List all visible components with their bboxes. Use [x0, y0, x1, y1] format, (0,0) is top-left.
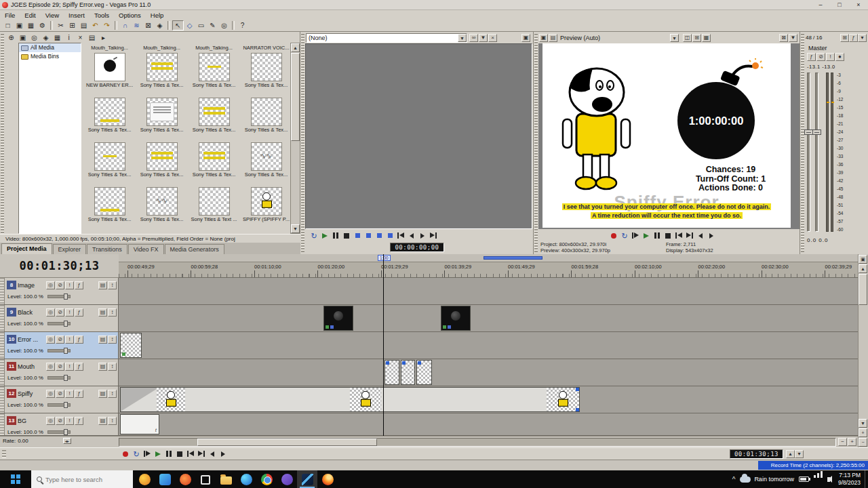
- track-header[interactable]: 9 Black ◎⊘!ƒ ▤↕ Level: 100.0 %: [0, 305, 119, 331]
- rate-slider-thumb[interactable]: ◂▸: [63, 438, 71, 444]
- track-level-slider[interactable]: [47, 430, 71, 434]
- track-compositing-mode-button[interactable]: ▤: [98, 363, 107, 371]
- mark-in-button[interactable]: [352, 231, 363, 241]
- bus-mute-button[interactable]: ⊘: [816, 53, 825, 61]
- track-name[interactable]: Black: [18, 309, 45, 316]
- track-motion-button[interactable]: ◎: [46, 336, 55, 344]
- save-preset-button[interactable]: ▼: [479, 34, 488, 42]
- pause-button[interactable]: [652, 231, 663, 241]
- chevron-down-icon[interactable]: ▼: [458, 34, 467, 42]
- panel-grip[interactable]: [1, 34, 4, 252]
- paint-edit-tool-button[interactable]: ✎: [207, 20, 218, 30]
- menu-options[interactable]: Options: [114, 12, 146, 19]
- media-item[interactable]: Sony Titles & Tex...: [136, 51, 188, 96]
- media-item[interactable]: Sony Titles & Tex...: [136, 140, 188, 185]
- track-solo-button[interactable]: !: [65, 308, 74, 317]
- track-level-slider[interactable]: [47, 403, 71, 407]
- track-solo-button[interactable]: !: [65, 417, 74, 425]
- track-motion-button[interactable]: ◎: [46, 363, 55, 371]
- vegas-pro[interactable]: [297, 470, 317, 488]
- loop-region-button[interactable]: [374, 231, 384, 241]
- media-item[interactable]: Mouth_Talking...: [188, 43, 240, 51]
- video-output-button[interactable]: ▣: [539, 34, 548, 42]
- views-button[interactable]: ▤: [86, 33, 98, 43]
- pinned-app-3[interactable]: [175, 470, 195, 488]
- track-level-slider[interactable]: [47, 376, 71, 380]
- track-mute-button[interactable]: ⊘: [56, 363, 64, 371]
- track-compositing-mode-button[interactable]: ▤: [98, 417, 107, 425]
- track-parent-button[interactable]: ↕: [108, 336, 117, 344]
- media-item[interactable]: Sony Titles & Tex...: [240, 140, 292, 185]
- show-desktop-button[interactable]: [865, 470, 868, 488]
- track-motion-button[interactable]: ◎: [46, 390, 55, 398]
- play-from-start-button[interactable]: [142, 449, 153, 459]
- volume-icon[interactable]: [827, 477, 830, 482]
- play-button[interactable]: [319, 231, 330, 241]
- new-project-button[interactable]: □: [2, 20, 14, 30]
- track-header[interactable]: 8 Image ◎⊘!ƒ ▤↕ Level: 100.0 %: [0, 278, 119, 304]
- scroll-down-button[interactable]: ▼: [291, 224, 300, 233]
- network-icon[interactable]: [814, 475, 816, 478]
- bus-record-button[interactable]: ●: [835, 53, 844, 61]
- track-fx-button[interactable]: ƒ: [75, 308, 83, 317]
- track-solo-button[interactable]: !: [65, 336, 74, 344]
- record-button[interactable]: [608, 231, 619, 241]
- cursor-timecode-display[interactable]: 00:01:30;13: [730, 449, 783, 459]
- import-media-button[interactable]: ⊕: [5, 33, 17, 43]
- sync-cursor-button[interactable]: [384, 231, 395, 241]
- timeline-timecode-display[interactable]: 00:01:30;13: [0, 254, 119, 278]
- fade-in-envelope[interactable]: [121, 388, 159, 411]
- save-snapshot-button[interactable]: ▼: [789, 34, 797, 42]
- menu-insert[interactable]: Insert: [64, 12, 90, 19]
- weather-widget[interactable]: Rain tomorrow: [740, 476, 794, 483]
- fader-handle-right[interactable]: [812, 129, 821, 135]
- media-item[interactable]: Sony Titles & Tex...: [240, 51, 292, 96]
- go-to-end-button[interactable]: [428, 231, 439, 241]
- get-media-from-web-button[interactable]: ◈: [40, 33, 52, 43]
- track-fx-button[interactable]: ƒ: [75, 363, 83, 371]
- remove-plugin-button[interactable]: ×: [488, 34, 497, 42]
- media-item[interactable]: Sony Titles & Text ...: [188, 185, 240, 230]
- close-button[interactable]: ×: [849, 0, 868, 9]
- prev-frame-button[interactable]: [406, 231, 417, 241]
- track-grip[interactable]: [0, 359, 5, 386]
- track-level-slider[interactable]: [47, 349, 71, 352]
- track-solo-button[interactable]: !: [65, 281, 74, 289]
- undo-button[interactable]: ↶: [90, 20, 101, 30]
- scroll-thumb[interactable]: [859, 274, 867, 305]
- track-content[interactable]: [119, 413, 858, 435]
- battery-icon[interactable]: [799, 476, 809, 482]
- track-solo-button[interactable]: !: [65, 390, 74, 398]
- track-fx-button[interactable]: ƒ: [75, 417, 83, 425]
- loop-button[interactable]: [619, 231, 630, 241]
- media-item[interactable]: Sony Titles & Tex...: [188, 51, 240, 96]
- play-button[interactable]: [153, 449, 163, 459]
- track-fx-button[interactable]: ƒ: [75, 390, 83, 398]
- track-level-slider[interactable]: [47, 322, 71, 325]
- ignore-event-grouping-button[interactable]: ◈: [154, 20, 165, 30]
- pause-button[interactable]: [163, 449, 174, 459]
- track-name[interactable]: BG: [18, 418, 45, 424]
- panel-grip[interactable]: [301, 34, 304, 252]
- media-scrollbar[interactable]: ▲ ▼: [290, 43, 300, 234]
- loop-button[interactable]: [131, 449, 142, 459]
- go-to-start-button[interactable]: [185, 449, 196, 459]
- media-item[interactable]: Mouth_Talking...: [136, 43, 188, 51]
- pinned-app-2[interactable]: [155, 470, 175, 488]
- preset-dropdown[interactable]: (None) ▼: [306, 33, 467, 43]
- track-header[interactable]: 12 Spiffy ◎⊘!ƒ ▤↕ Level: 100.0 %: [0, 386, 119, 413]
- event-fx-icon[interactable]: [443, 325, 446, 329]
- cut-button[interactable]: ✂: [55, 20, 66, 30]
- track-content[interactable]: [119, 278, 858, 304]
- new-bin-button[interactable]: ▦: [52, 33, 63, 43]
- pinned-app-1[interactable]: [134, 470, 155, 488]
- tree-item-media-bins[interactable]: Media Bins: [19, 52, 81, 61]
- chevron-down-icon[interactable]: ▼: [670, 34, 679, 42]
- mark-out-button[interactable]: [363, 231, 374, 241]
- start-button[interactable]: [0, 470, 31, 488]
- track-parent-button[interactable]: ↕: [108, 281, 117, 289]
- track-name[interactable]: Error ...: [18, 336, 45, 343]
- timeline-event-error[interactable]: [120, 333, 142, 358]
- prev-frame-button[interactable]: [207, 449, 218, 459]
- track-name[interactable]: Spiffy: [18, 390, 45, 397]
